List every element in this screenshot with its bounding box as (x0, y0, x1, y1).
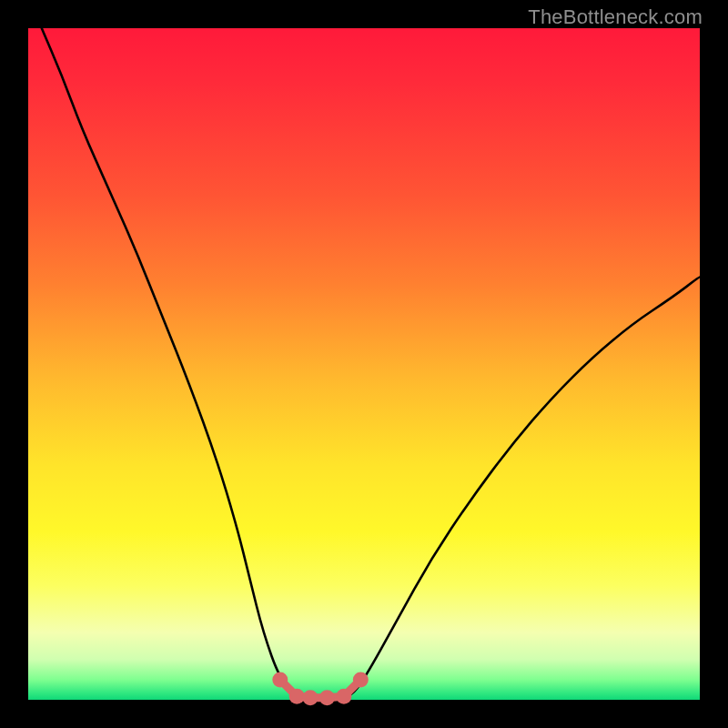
chart-svg (28, 28, 700, 700)
marker-dot (353, 672, 369, 687)
marker-dot (289, 689, 305, 704)
bottleneck-markers-group (272, 672, 369, 705)
chart-frame: TheBottleneck.com (0, 0, 728, 728)
marker-dot (336, 689, 351, 704)
bottleneck-curve-line (42, 28, 700, 698)
marker-dot (319, 690, 335, 705)
chart-plot-area (28, 28, 700, 700)
marker-dot (272, 672, 288, 687)
watermark-text: TheBottleneck.com (528, 5, 703, 29)
marker-dot (303, 690, 318, 705)
